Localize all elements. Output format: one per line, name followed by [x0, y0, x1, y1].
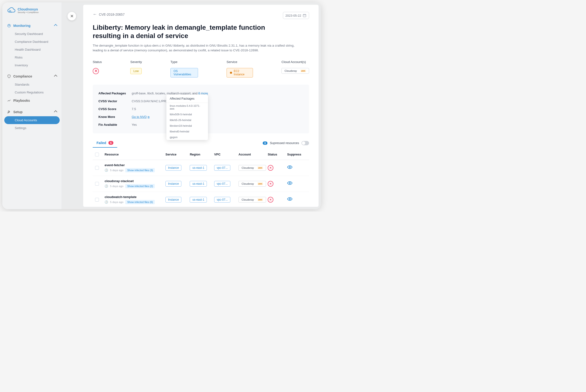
resource-age: 5 days ago	[110, 201, 124, 204]
sidebar-item-inventory[interactable]: Inventory	[4, 61, 60, 69]
tab-failed[interactable]: Failed 6	[93, 138, 117, 148]
infected-files-link[interactable]: Show infected files (2)	[125, 184, 155, 188]
row-checkbox[interactable]	[95, 182, 99, 186]
sidebar-item-security-dashboard[interactable]: Security Dashboard	[4, 30, 60, 38]
suppress-button[interactable]	[287, 165, 292, 170]
affected-packages-label: Affected Packages	[98, 92, 132, 95]
popover-item: libroken18-heimdal	[166, 123, 208, 128]
type-label: Type	[170, 60, 198, 64]
chevron-up-icon	[54, 75, 57, 78]
resource-name[interactable]: event-fetcher	[104, 163, 166, 167]
brand-tagline: Security • Compliance	[18, 12, 38, 14]
suppressed-count-badge: 0	[263, 142, 268, 145]
service-chip: Instance	[166, 197, 182, 202]
severity-label: Severity	[130, 60, 142, 64]
service-label: Service	[226, 60, 253, 64]
account-chip: Cloudxray aws	[238, 165, 266, 171]
playbook-icon	[7, 99, 11, 102]
cloud-icon	[7, 7, 16, 14]
aws-icon: aws	[258, 182, 263, 185]
vpc-chip: vpc-07...	[214, 197, 230, 202]
vulnerability-title: Libiberty: Memory leak in demangle_templ…	[93, 23, 283, 40]
brand-logo[interactable]: Cloudnosys Security • Compliance	[2, 7, 62, 18]
sidebar-item-health-dashboard[interactable]: Health Dashboard	[4, 46, 60, 54]
close-drawer-button[interactable]: ✕	[68, 12, 76, 20]
nav-section-playbooks[interactable]: Playbooks	[2, 96, 62, 105]
back-button[interactable]: ← CVE-2018-20657	[93, 12, 124, 17]
table-row: cloudxray-stackset 🕓5 days agoShow infec…	[93, 176, 309, 192]
col-account: Account	[238, 152, 268, 156]
sidebar-item-custom-regulations[interactable]: Custom Regulations	[4, 88, 60, 96]
type-badge: OS Vulnerabilities	[170, 68, 198, 78]
nav-section-setup[interactable]: Setup	[2, 108, 62, 116]
resource-name[interactable]: cloudwatch-template	[104, 195, 166, 199]
tab-label: Failed	[96, 141, 106, 145]
cve-id: CVE-2018-20657	[99, 12, 124, 16]
nvd-link[interactable]: Go to NVD⧉	[132, 115, 150, 118]
aws-icon: aws	[258, 198, 263, 201]
chevron-up-icon	[54, 24, 57, 27]
nav-label: Playbooks	[13, 99, 30, 102]
shield-icon	[7, 74, 11, 78]
popover-item: linux-modules-5.4.0-1071-aws	[166, 103, 208, 112]
svg-rect-3	[303, 14, 306, 17]
cve-detail-drawer: ← CVE-2018-20657 2023-05-22 Libiberty: M…	[83, 5, 318, 207]
table-row: event-fetcher 🕓5 days agoShow infected f…	[93, 160, 309, 176]
wrench-icon	[7, 110, 11, 114]
suppress-button[interactable]	[287, 181, 292, 186]
sidebar-item-cloud-accounts[interactable]: Cloud Accounts	[4, 116, 60, 124]
fix-available-label: Fix Available	[98, 123, 132, 126]
clock-icon: 🕓	[104, 200, 108, 204]
nav-label: Monitoring	[13, 24, 30, 28]
region-chip: us-east-1	[190, 197, 207, 202]
infected-files-link[interactable]: Show infected files (6)	[125, 200, 155, 204]
nav-section-compliance[interactable]: Compliance	[2, 72, 62, 80]
know-more-label: Know More	[98, 115, 132, 118]
row-checkbox[interactable]	[95, 198, 99, 202]
clock-icon: 🕓	[104, 184, 108, 188]
arrow-left-icon: ←	[93, 12, 97, 17]
row-checkbox[interactable]	[95, 166, 99, 170]
calendar-icon	[303, 14, 306, 17]
aws-icon: aws	[300, 70, 306, 72]
cvss-vector-label: CVSS Vector	[98, 99, 132, 103]
suppressed-toggle[interactable]	[302, 141, 309, 145]
account-chip: Cloudxray aws	[238, 181, 266, 186]
sidebar-item-compliance-dashboard[interactable]: Compliance Dashboard	[4, 38, 60, 46]
sidebar: Cloudnosys Security • Compliance Monitor…	[2, 2, 62, 209]
details-box: Affected Packagesgroff-base, libc6, loca…	[93, 85, 309, 133]
failed-count-badge: 6	[108, 141, 113, 145]
clock-icon: 🕓	[104, 168, 108, 172]
col-region: Region	[190, 152, 214, 156]
svg-point-4	[289, 166, 290, 168]
status-fail-icon: ✕	[268, 181, 274, 186]
sidebar-item-settings[interactable]: Settings	[4, 124, 60, 132]
svg-point-0	[9, 10, 11, 12]
cube-icon	[230, 71, 232, 74]
nav-section-monitoring[interactable]: Monitoring	[2, 22, 62, 30]
infected-files-link[interactable]: Show infected files (3)	[125, 168, 155, 172]
account-chip: Cloudxray aws	[238, 197, 266, 202]
status-label: Status	[93, 60, 102, 64]
service-chip: Instance	[166, 181, 182, 186]
sidebar-item-risks[interactable]: Risks	[4, 54, 60, 61]
gauge-icon	[7, 24, 11, 28]
cvss-score-label: CVSS Score	[98, 107, 132, 111]
col-vpc: VPC	[214, 152, 238, 156]
resource-name[interactable]: cloudxray-stackset	[104, 179, 166, 183]
service-badge: EC2 Instance	[226, 68, 253, 78]
select-all-checkbox[interactable]	[95, 152, 99, 156]
popover-item: libhx509-5-heimdal	[166, 112, 208, 117]
table-row: cloudwatch-template 🕓5 days agoShow infe…	[93, 192, 309, 207]
col-resource: Resource	[104, 152, 166, 156]
popover-item: libwind0-heimdal	[166, 128, 208, 134]
nav-label: Compliance	[13, 74, 32, 78]
popover-item: libkrb5-26-heimdal	[166, 117, 208, 123]
svg-point-6	[289, 198, 290, 200]
cvss-score-value: 7.5	[132, 107, 136, 111]
sidebar-item-standards[interactable]: Standards	[4, 80, 60, 88]
date-picker[interactable]: 2023-05-22	[283, 12, 309, 19]
aws-icon: aws	[258, 166, 263, 169]
affected-packages-popover: Affected Packages linux-modules-5.4.0-10…	[166, 94, 208, 140]
suppress-button[interactable]	[287, 197, 292, 202]
